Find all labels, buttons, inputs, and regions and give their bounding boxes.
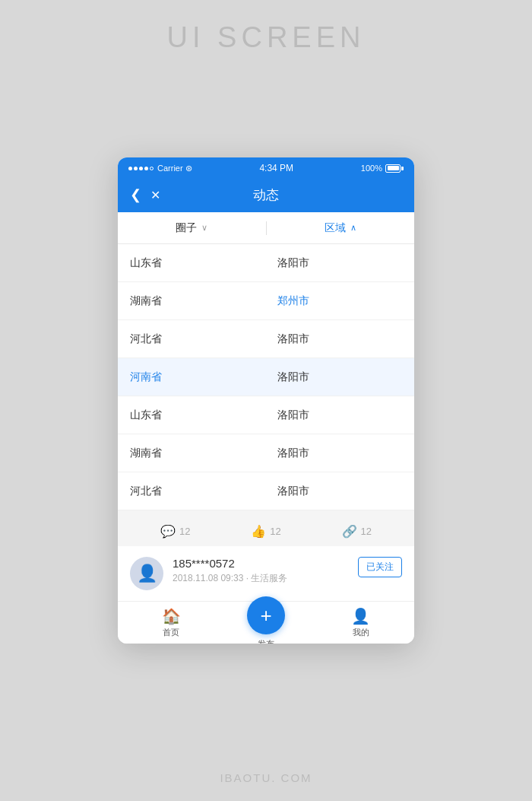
city-label: 洛阳市 xyxy=(255,408,402,422)
city-label: 洛阳市 xyxy=(255,370,402,384)
nav-publish-wrapper: + 发布 xyxy=(219,596,314,644)
user-phone: 185****0572 xyxy=(173,557,349,570)
home-label: 首页 xyxy=(163,627,179,638)
phone-frame: Carrier ⊛ 4:34 PM 100% ❮ ✕ 动态 圈子 ∨ 区域 ∧ xyxy=(118,157,414,644)
dot2 xyxy=(134,167,138,170)
list-row[interactable]: 山东省 洛阳市 xyxy=(118,244,414,282)
comment-count: 12 xyxy=(179,526,190,537)
list-row[interactable]: 河北省 洛阳市 xyxy=(118,472,414,510)
list-row[interactable]: 山东省 洛阳市 xyxy=(118,396,414,434)
city-label: 郑州市 xyxy=(255,294,402,308)
avatar-icon: 👤 xyxy=(137,564,157,583)
province-label: 河南省 xyxy=(130,370,255,384)
bg-bottom-label: IBAOTU. COM xyxy=(220,771,312,784)
follow-button[interactable]: 已关注 xyxy=(358,557,402,577)
filter-quanzi-label: 圈子 xyxy=(176,221,197,235)
dot4 xyxy=(144,167,148,170)
publish-label: 发布 xyxy=(258,638,274,644)
profile-label: 我的 xyxy=(353,627,369,638)
city-label: 洛阳市 xyxy=(255,485,402,498)
bottom-nav: 🏠 首页 + 发布 👤 我的 xyxy=(118,601,414,644)
carrier-text: Carrier xyxy=(157,164,183,173)
status-right: 100% xyxy=(361,164,404,173)
province-label: 山东省 xyxy=(130,408,255,422)
filter-quanzi[interactable]: 圈子 ∨ xyxy=(118,221,267,235)
profile-icon: 👤 xyxy=(351,607,370,625)
back-button[interactable]: ❮ xyxy=(130,186,141,203)
avatar: 👤 xyxy=(130,557,163,590)
region-list: 山东省 洛阳市 湖南省 郑州市 河北省 洛阳市 河南省 洛阳市 山东省 洛阳市 … xyxy=(118,244,414,510)
like-count: 12 xyxy=(270,526,280,537)
province-label: 河北省 xyxy=(130,485,255,498)
province-label: 河北省 xyxy=(130,332,255,346)
battery-icon xyxy=(385,164,404,173)
publish-button[interactable]: + xyxy=(247,596,285,634)
list-row[interactable]: 湖南省 郑州市 xyxy=(118,282,414,320)
list-row-selected[interactable]: 河南省 洛阳市 xyxy=(118,358,414,396)
signal-dots xyxy=(128,167,154,170)
province-label: 湖南省 xyxy=(130,447,255,460)
battery-body xyxy=(385,164,401,173)
share-stat[interactable]: 🔗 12 xyxy=(312,524,402,539)
status-bar: Carrier ⊛ 4:34 PM 100% xyxy=(118,157,414,177)
comment-stat[interactable]: 💬 12 xyxy=(130,524,220,539)
city-label: 洛阳市 xyxy=(255,447,402,460)
province-label: 山东省 xyxy=(130,256,255,270)
user-card: 👤 185****0572 2018.11.08 09:33 · 生活服务 已关… xyxy=(118,546,414,601)
bottom-card: 💬 12 👍 12 🔗 12 👤 185****0572 2018.11.08 … xyxy=(118,510,414,601)
city-label: 洛阳市 xyxy=(255,332,402,346)
dot5 xyxy=(150,167,154,170)
share-icon: 🔗 xyxy=(342,524,357,539)
stats-row: 💬 12 👍 12 🔗 12 xyxy=(118,518,414,546)
like-icon: 👍 xyxy=(251,524,266,539)
province-label: 湖南省 xyxy=(130,294,255,308)
filter-quanzi-arrow: ∨ xyxy=(201,223,207,233)
battery-fill xyxy=(388,166,399,170)
home-icon: 🏠 xyxy=(162,607,181,625)
share-count: 12 xyxy=(361,526,372,537)
nav-bar: ❮ ✕ 动态 xyxy=(118,177,414,212)
nav-home[interactable]: 🏠 首页 xyxy=(124,607,219,638)
user-info: 185****0572 2018.11.08 09:33 · 生活服务 xyxy=(173,557,349,585)
battery-label: 100% xyxy=(361,164,382,173)
user-meta: 2018.11.08 09:33 · 生活服务 xyxy=(173,572,349,585)
filter-quyu-label: 区域 xyxy=(325,221,346,235)
battery-tip xyxy=(401,167,404,170)
filter-row: 圈子 ∨ 区域 ∧ xyxy=(118,212,414,244)
like-stat[interactable]: 👍 12 xyxy=(220,524,311,539)
wifi-icon: ⊛ xyxy=(185,164,192,173)
city-label: 洛阳市 xyxy=(255,256,402,270)
dot3 xyxy=(139,167,143,170)
close-button[interactable]: ✕ xyxy=(150,188,160,202)
status-left: Carrier ⊛ xyxy=(128,164,192,173)
nav-title: 动态 xyxy=(253,186,279,204)
nav-profile[interactable]: 👤 我的 xyxy=(313,607,408,638)
filter-quyu-arrow: ∧ xyxy=(350,223,356,233)
dot1 xyxy=(128,167,132,170)
filter-quyu[interactable]: 区域 ∧ xyxy=(267,221,415,235)
bg-title: UI SCREEN xyxy=(167,21,366,54)
plus-icon: + xyxy=(260,606,271,625)
status-time: 4:34 PM xyxy=(259,163,293,173)
comment-icon: 💬 xyxy=(160,524,176,539)
list-row[interactable]: 湖南省 洛阳市 xyxy=(118,434,414,472)
list-row[interactable]: 河北省 洛阳市 xyxy=(118,320,414,358)
